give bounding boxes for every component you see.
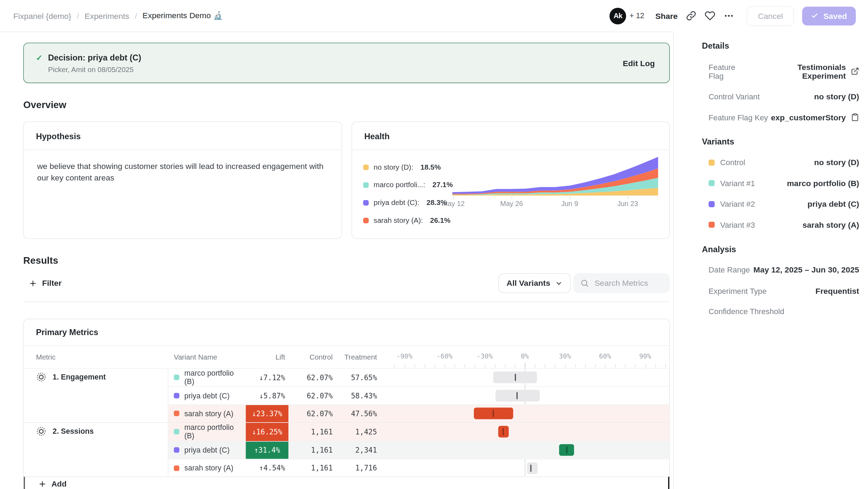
treatment-value: 47.56% xyxy=(333,410,377,418)
collaborators-count[interactable]: + 12 xyxy=(629,12,644,20)
ci-point-estimate xyxy=(515,374,516,381)
detail-label: Feature Flag Key xyxy=(709,113,768,121)
details-section-title: Details xyxy=(702,41,859,50)
breadcrumb-project[interactable]: Fixpanel {demo} xyxy=(13,11,71,20)
lift-axis-labels: -90%-60%-30%0%30%60%90% xyxy=(377,351,669,362)
detail-row: Feature Flag Key exp_customerStory xyxy=(702,113,859,121)
metric-cell[interactable]: 2. Sessions xyxy=(24,423,168,477)
legend-label: marco portfoli...: xyxy=(374,180,425,189)
page: Fixpanel {demo} / Experiments / Experime… xyxy=(0,0,868,489)
variant-name: priya debt (C) xyxy=(185,391,230,400)
control-value: 62.07% xyxy=(288,391,333,400)
more-options-icon[interactable] xyxy=(724,10,734,21)
metric-group: 2. Sessions marco portfolio (B) ↓16.25% … xyxy=(24,422,669,477)
col-metric: Metric xyxy=(24,353,168,361)
variant-row: Variant #2 priya debt (C) xyxy=(702,199,859,208)
legend-item: marco portfoli...: 27.1% xyxy=(363,180,450,189)
variant-color-dot xyxy=(709,180,715,186)
ci-bar xyxy=(527,462,538,474)
date-range-value: May 12, 2025 – Jun 30, 2025 xyxy=(753,265,859,274)
variant-filter-value: All Variants xyxy=(507,279,550,288)
metric-target-icon xyxy=(36,372,46,382)
share-button[interactable]: Share xyxy=(655,11,678,20)
detail-label: Control Variant xyxy=(709,92,760,101)
detail-row: Feature Flag Testimonials Experiment xyxy=(702,62,859,80)
health-x-axis: May 12May 26Jun 9Jun 23 xyxy=(452,196,658,210)
results-heading: Results xyxy=(23,255,670,267)
variant-color-dot xyxy=(709,201,715,207)
legend-color-dot xyxy=(363,200,369,205)
control-value: 62.07% xyxy=(288,373,333,382)
variant-color-dot xyxy=(174,375,179,380)
variant-label: Variant #1 xyxy=(720,179,755,187)
variant-filter-dropdown[interactable]: All Variants xyxy=(498,273,571,293)
legend-value: 26.1% xyxy=(430,216,450,225)
decision-title: Decision: priya debt (C) xyxy=(48,52,141,63)
legend-item: no story (D): 18.5% xyxy=(363,163,450,171)
legend-value: 27.1% xyxy=(433,180,453,189)
confidence-interval-plot xyxy=(377,387,669,404)
col-lift: Lift xyxy=(246,353,288,361)
variant-value: no story (D) xyxy=(814,158,859,166)
table-row[interactable]: sarah story (A) ↑4.54% 1,161 1,716 xyxy=(168,459,670,477)
saved-button[interactable]: Saved xyxy=(802,6,856,25)
breadcrumb: Fixpanel {demo} / Experiments / Experime… xyxy=(13,11,223,21)
table-row[interactable]: priya debt (C) ↓5.87% 62.07% 58.43% xyxy=(168,387,670,404)
analysis-label: Date Range xyxy=(709,265,750,274)
breadcrumb-separator: / xyxy=(135,11,137,20)
metric-cell[interactable]: 1. Engagement xyxy=(24,368,168,422)
lift-value: ↑4.54% xyxy=(246,459,288,477)
metric-name: 2. Sessions xyxy=(52,427,94,436)
breadcrumb-experiments[interactable]: Experiments xyxy=(85,11,129,20)
avatar[interactable]: Ak xyxy=(609,7,626,24)
table-row[interactable]: priya debt (C) ↑31.4% 1,161 2,341 xyxy=(168,441,670,459)
legend-color-dot xyxy=(363,218,369,223)
search-metrics-box[interactable] xyxy=(573,273,670,293)
favorite-heart-icon[interactable] xyxy=(705,10,715,21)
primary-metrics-card: Primary Metrics Metric Variant Name Lift… xyxy=(23,319,670,489)
breadcrumb-separator: / xyxy=(77,11,79,20)
hypothesis-title: Hypothesis xyxy=(24,122,341,150)
table-row[interactable]: sarah story (A) ↓23.37% 62.07% 47.56% xyxy=(168,404,670,422)
copy-link-icon[interactable] xyxy=(686,10,696,21)
control-variant-value: no story (D) xyxy=(814,92,859,101)
add-metric-button[interactable]: Add xyxy=(24,477,669,489)
lift-axis-ticks xyxy=(377,362,669,368)
health-legend: no story (D): 18.5% marco portfoli...: 2… xyxy=(363,157,450,224)
control-value: 62.07% xyxy=(288,410,333,418)
health-area-chart: May 12May 26Jun 9Jun 23 xyxy=(452,157,658,224)
analysis-section-title: Analysis xyxy=(702,244,859,254)
search-icon xyxy=(580,279,589,288)
variant-row: Control no story (D) xyxy=(702,158,859,166)
table-row[interactable]: marco portfolio (B) ↓16.25% 1,161 1,425 xyxy=(168,423,670,441)
results-toolbar: Filter All Variants xyxy=(23,273,670,302)
feature-flag-value[interactable]: Testimonials Experiment xyxy=(752,62,846,80)
confidence-interval-plot xyxy=(377,405,669,423)
cancel-button[interactable]: Cancel xyxy=(747,6,794,26)
add-filter-button[interactable]: Filter xyxy=(23,279,62,288)
overview-heading: Overview xyxy=(23,99,670,111)
legend-label: sarah story (A): xyxy=(374,216,423,225)
decision-info: ✓ Decision: priya debt (C) Picker, Amit … xyxy=(36,52,141,74)
edit-log-button[interactable]: Edit Log xyxy=(623,58,655,67)
stacked-area-chart xyxy=(452,157,658,196)
variant-color-dot xyxy=(174,393,179,398)
variant-color-dot xyxy=(709,159,715,165)
lift-axis-ticks-row xyxy=(24,362,669,368)
health-body: no story (D): 18.5% marco portfoli...: 2… xyxy=(352,150,670,224)
check-icon xyxy=(811,12,818,20)
copy-clipboard-icon[interactable] xyxy=(851,113,859,121)
search-metrics-input[interactable] xyxy=(594,279,663,288)
ci-point-estimate xyxy=(502,428,504,435)
experiment-type-value: Frequentist xyxy=(816,286,859,295)
external-link-icon[interactable] xyxy=(851,67,859,76)
lift-value: ↓7.12% xyxy=(246,368,288,386)
breadcrumb-current: Experiments Demo 🔬 xyxy=(143,11,223,21)
plus-icon xyxy=(38,480,46,488)
chevron-down-icon xyxy=(555,279,563,287)
topbar: Fixpanel {demo} / Experiments / Experime… xyxy=(0,0,868,31)
table-row[interactable]: marco portfolio (B) ↓7.12% 62.07% 57.65% xyxy=(168,368,670,386)
variant-color-dot xyxy=(174,447,179,453)
detail-row: Control Variant no story (D) xyxy=(702,92,859,101)
variant-label: Control xyxy=(720,158,745,166)
